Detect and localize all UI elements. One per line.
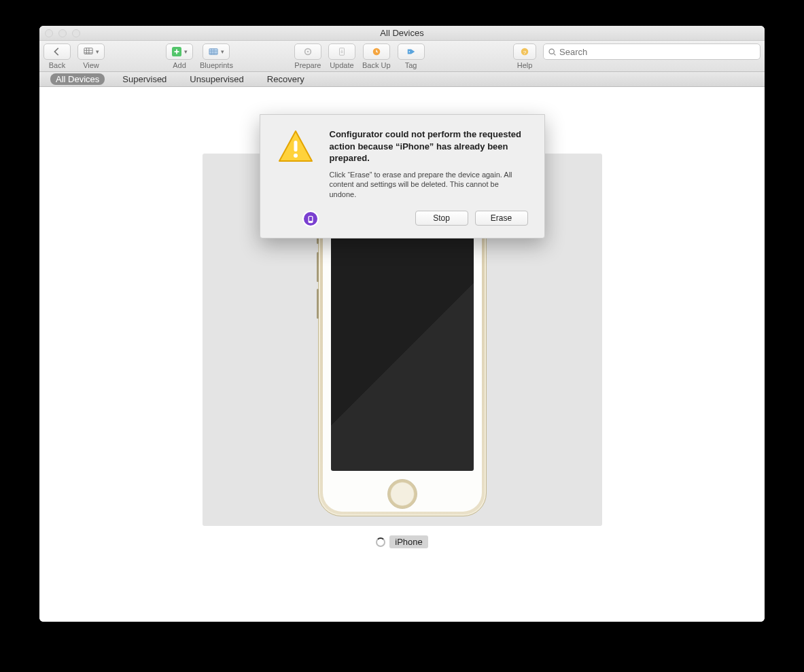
window-title: All Devices <box>39 28 765 38</box>
svg-point-4 <box>307 51 309 53</box>
filter-supervised[interactable]: Supervised <box>117 73 172 85</box>
view-group: ▾ View <box>77 43 105 69</box>
titlebar: All Devices <box>39 26 765 41</box>
erase-button[interactable]: Erase <box>475 211 528 226</box>
chevron-left-icon <box>52 47 62 56</box>
svg-point-7 <box>408 51 410 52</box>
chevron-down-icon: ▾ <box>184 48 188 55</box>
backup-button[interactable] <box>363 43 390 60</box>
search-input[interactable] <box>559 47 756 57</box>
chevron-down-icon: ▾ <box>221 48 224 55</box>
phone-home-button <box>387 479 417 509</box>
download-icon <box>337 47 347 56</box>
prepare-label: Prepare <box>294 61 321 69</box>
search-icon <box>548 48 557 56</box>
svg-rect-14 <box>309 217 311 221</box>
tag-group: Tag <box>398 43 425 69</box>
spinner-icon <box>376 537 385 547</box>
dialog-icon-wrap <box>277 128 317 226</box>
back-button[interactable] <box>43 43 71 60</box>
help-icon: ? <box>520 47 529 56</box>
add-button[interactable]: ▾ <box>166 43 193 60</box>
filter-bar: All Devices Supervised Unsupervised Reco… <box>39 72 765 87</box>
clock-icon <box>372 47 381 56</box>
dialog-text: Configurator could not perform the reque… <box>330 128 528 226</box>
filter-all-devices[interactable]: All Devices <box>50 73 105 85</box>
update-button[interactable] <box>328 43 355 60</box>
svg-point-10 <box>549 49 554 54</box>
error-dialog: Configurator could not perform the reque… <box>260 114 545 238</box>
app-window: All Devices Back ▾ View <box>39 26 765 622</box>
help-group: ? Help <box>513 43 536 69</box>
prepare-button[interactable] <box>294 43 321 60</box>
back-label: Back <box>49 61 65 69</box>
help-button[interactable]: ? <box>513 43 536 60</box>
backup-group: Back Up <box>362 43 391 69</box>
back-group: Back <box>43 43 71 69</box>
blueprints-group: ▾ Blueprints <box>200 43 233 69</box>
prepare-group: Prepare <box>294 43 321 69</box>
tag-label: Tag <box>405 61 417 69</box>
svg-text:?: ? <box>523 50 527 56</box>
toolbar: Back ▾ View ▾ Add <box>39 41 765 72</box>
update-label: Update <box>330 61 353 69</box>
device-label[interactable]: iPhone <box>389 535 427 548</box>
tag-icon <box>406 47 416 56</box>
phone-volume-up <box>317 252 319 282</box>
add-label: Add <box>173 61 186 69</box>
backup-label: Back Up <box>362 61 391 69</box>
configurator-badge-icon <box>302 211 319 227</box>
phone-volume-down <box>317 289 319 319</box>
warning-icon <box>277 128 317 166</box>
blueprints-icon <box>209 47 218 56</box>
tag-button[interactable] <box>398 43 425 60</box>
view-button[interactable]: ▾ <box>77 43 105 60</box>
dialog-buttons: Stop Erase <box>330 211 528 226</box>
blueprints-button[interactable]: ▾ <box>203 43 230 60</box>
device-label-row: iPhone <box>376 535 427 548</box>
plus-icon <box>172 47 181 56</box>
dialog-body: Click “Erase” to erase and prepare the d… <box>330 170 528 200</box>
grid-icon <box>84 47 93 56</box>
blueprints-label: Blueprints <box>200 61 233 69</box>
add-group: ▾ Add <box>166 43 193 69</box>
chevron-down-icon: ▾ <box>96 48 99 55</box>
view-label: View <box>83 61 99 69</box>
filter-recovery[interactable]: Recovery <box>262 73 310 85</box>
dialog-title: Configurator could not perform the reque… <box>330 128 528 164</box>
search-field[interactable] <box>543 43 761 60</box>
help-label: Help <box>517 61 533 69</box>
filter-unsupervised[interactable]: Unsupervised <box>184 73 249 85</box>
update-group: Update <box>328 43 355 69</box>
gear-icon <box>303 47 313 56</box>
svg-point-12 <box>294 154 298 158</box>
stop-button[interactable]: Stop <box>415 211 468 226</box>
svg-rect-11 <box>294 141 297 152</box>
